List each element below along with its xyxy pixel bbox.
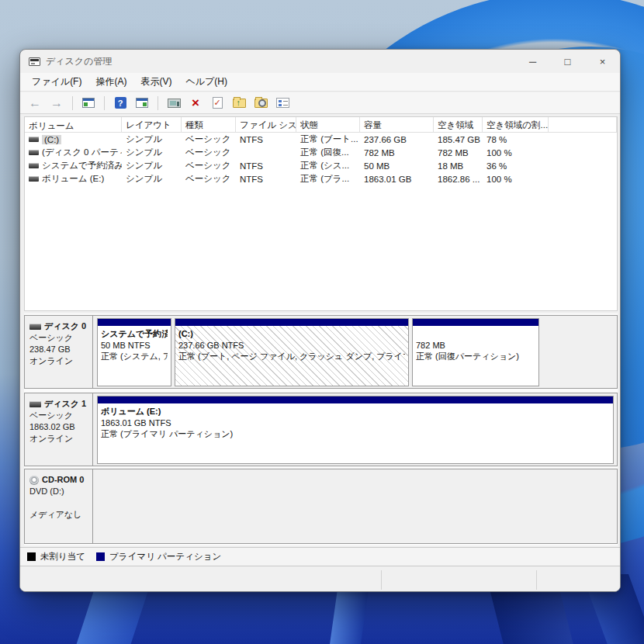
toolbar-separator: [72, 96, 73, 110]
back-button[interactable]: ←: [26, 95, 43, 112]
column-header-free[interactable]: 空き領域: [434, 117, 483, 132]
table-row-recovery-partition[interactable]: (ディスク 0 パーティシ... シンプル ベーシック 正常 (回復... 78…: [25, 146, 617, 159]
partition-name: ボリューム (E:): [101, 406, 610, 417]
cell-layout: シンプル: [122, 173, 182, 185]
menu-action[interactable]: 操作(A): [88, 73, 133, 91]
legend-label-unallocated: 未割り当て: [40, 551, 85, 563]
cell-fs: NTFS: [236, 135, 296, 144]
refresh-display-button[interactable]: [165, 95, 182, 112]
partition-name: (C:): [178, 328, 405, 340]
disk-0-label[interactable]: ディスク 0 ベーシック 238.47 GB オンライン: [25, 316, 93, 388]
screen-icon: [168, 99, 181, 108]
partition-c-selected[interactable]: (C:) 237.66 GB NTFS 正常 (ブート, ページ ファイル, ク…: [175, 318, 409, 386]
partition-size: 782 MB: [416, 340, 535, 351]
column-header-status[interactable]: 状態: [296, 117, 360, 132]
column-header-type[interactable]: 種類: [182, 117, 236, 132]
table-row-volume-e[interactable]: ボリューム (E:) シンプル ベーシック NTFS 正常 (プラ... 186…: [25, 172, 617, 185]
action-pane-icon: [136, 98, 148, 108]
partition-system-reserved[interactable]: システムで予約済 50 MB NTFS 正常 (システム, ア: [97, 318, 171, 386]
cell-free: 782 MB: [434, 148, 483, 158]
volume-list-panel: ボリューム レイアウト 種類 ファイル システム 状態 容量 空き領域 空き領域…: [24, 116, 618, 311]
legend-swatch-primary-partition: [96, 552, 105, 561]
title-bar[interactable]: ディスクの管理 ─ □ ×: [20, 50, 620, 73]
back-arrow-icon: ←: [29, 96, 41, 110]
cell-type: ベーシック: [182, 160, 236, 171]
close-button[interactable]: ×: [585, 50, 620, 73]
disk-size: 238.47 GB: [29, 344, 92, 355]
cell-type: ベーシック: [182, 173, 236, 185]
cell-status: 正常 (シス...: [296, 160, 360, 171]
volume-list-header: ボリューム レイアウト 種類 ファイル システム 状態 容量 空き領域 空き領域…: [25, 117, 617, 133]
column-header-capacity[interactable]: 容量: [360, 117, 434, 132]
maximize-button[interactable]: □: [550, 50, 585, 73]
console-tree-button[interactable]: [80, 95, 97, 112]
legend-label-primary-partition: プライマリ パーティション: [109, 551, 221, 563]
legend-swatch-unallocated: [27, 552, 36, 561]
cell-fs: NTFS: [236, 161, 296, 171]
partition-status: 正常 (システム, ア: [101, 351, 168, 362]
disk-1-label[interactable]: ディスク 1 ベーシック 1863.02 GB オンライン: [25, 393, 93, 466]
open-button[interactable]: [230, 95, 248, 112]
partition-status: 正常 (回復パーティション): [416, 351, 535, 362]
cell-fs: NTFS: [236, 175, 296, 184]
volume-icon: [29, 176, 39, 182]
partition-status: 正常 (プライマリ パーティション): [101, 428, 610, 440]
console-tree-icon: [82, 98, 95, 108]
status-bar-separator: [381, 570, 382, 590]
desktop-wallpaper: ディスクの管理 ─ □ × ファイル(F) 操作(A) 表示(V) ヘルプ(H)…: [0, 0, 644, 644]
volume-name: (ディスク 0 パーティシ...: [42, 147, 122, 158]
table-row-system-reserved[interactable]: システムで予約済み シンプル ベーシック NTFS 正常 (シス... 50 M…: [25, 159, 617, 172]
volume-icon: [29, 150, 39, 155]
graphical-view: ディスク 0 ベーシック 238.47 GB オンライン システムで予約済 50…: [24, 313, 618, 545]
status-bar: [20, 568, 620, 592]
partition-status: 正常 (ブート, ページ ファイル, クラッシュ ダンプ, プライマリ パーティ: [178, 351, 405, 362]
action-pane-button[interactable]: [133, 95, 151, 112]
partition-color-bar: [175, 319, 408, 326]
cell-capacity: 782 MB: [360, 148, 434, 158]
disk-management-window: ディスクの管理 ─ □ × ファイル(F) 操作(A) 表示(V) ヘルプ(H)…: [19, 49, 621, 592]
cell-free: 185.47 GB: [434, 135, 483, 144]
volume-icon: [29, 163, 39, 168]
cell-layout: シンプル: [122, 133, 182, 145]
minimize-button[interactable]: ─: [515, 50, 550, 73]
cdrom-media-status: メディアなし: [29, 509, 92, 521]
help-button[interactable]: ?: [112, 95, 129, 112]
mark-active-button[interactable]: [209, 95, 226, 112]
cdrom-name: CD-ROM 0: [42, 474, 84, 486]
window-title: ディスクの管理: [46, 55, 112, 68]
delete-volume-button[interactable]: ×: [187, 95, 204, 112]
table-row-volume-c[interactable]: (C:) シンプル ベーシック NTFS 正常 (ブート... 237.66 G…: [25, 133, 617, 146]
cdrom-drive-letter: DVD (D:): [29, 486, 92, 497]
toolbar: ← → ? ×: [20, 92, 620, 114]
partition-recovery[interactable]: 782 MB 正常 (回復パーティション): [412, 318, 539, 386]
disk-kind: ベーシック: [29, 410, 92, 421]
cell-status: 正常 (ブート...: [296, 133, 360, 145]
disk-size: 1863.02 GB: [29, 421, 92, 433]
cell-type: ベーシック: [182, 133, 236, 145]
volume-name: システムで予約済み: [42, 160, 122, 171]
legend-bar: 未割り当て プライマリ パーティション: [20, 547, 620, 566]
cdrom-0-label[interactable]: CD-ROM 0 DVD (D:) メディアなし: [25, 469, 93, 543]
column-header-filesystem[interactable]: ファイル システム: [236, 117, 296, 132]
disk-0-track: システムで予約済 50 MB NTFS 正常 (システム, ア (C:) 237…: [93, 316, 617, 388]
column-header-layout[interactable]: レイアウト: [122, 117, 182, 132]
check-document-icon: [213, 97, 223, 109]
menu-file[interactable]: ファイル(F): [25, 73, 88, 91]
cell-capacity: 1863.01 GB: [360, 175, 434, 184]
menu-help[interactable]: ヘルプ(H): [178, 73, 234, 91]
partition-volume-e[interactable]: ボリューム (E:) 1863.01 GB NTFS 正常 (プライマリ パーテ…: [97, 396, 614, 464]
cell-status: 正常 (プラ...: [296, 173, 360, 185]
column-header-volume[interactable]: ボリューム: [25, 117, 122, 132]
forward-button[interactable]: →: [48, 95, 65, 112]
disk-status: オンライン: [29, 355, 92, 367]
help-icon: ?: [115, 97, 126, 109]
menu-view[interactable]: 表示(V): [133, 73, 178, 91]
explore-button[interactable]: [252, 95, 269, 112]
cell-type: ベーシック: [182, 147, 236, 158]
properties-button[interactable]: [274, 95, 291, 112]
cell-layout: シンプル: [122, 160, 182, 171]
cell-free-pct: 100 %: [483, 175, 549, 184]
disk-1-row: ディスク 1 ベーシック 1863.02 GB オンライン ボリューム (E:)…: [24, 393, 618, 466]
column-header-free-pct[interactable]: 空き領域の割...: [483, 117, 549, 132]
partition-name: [416, 328, 535, 340]
